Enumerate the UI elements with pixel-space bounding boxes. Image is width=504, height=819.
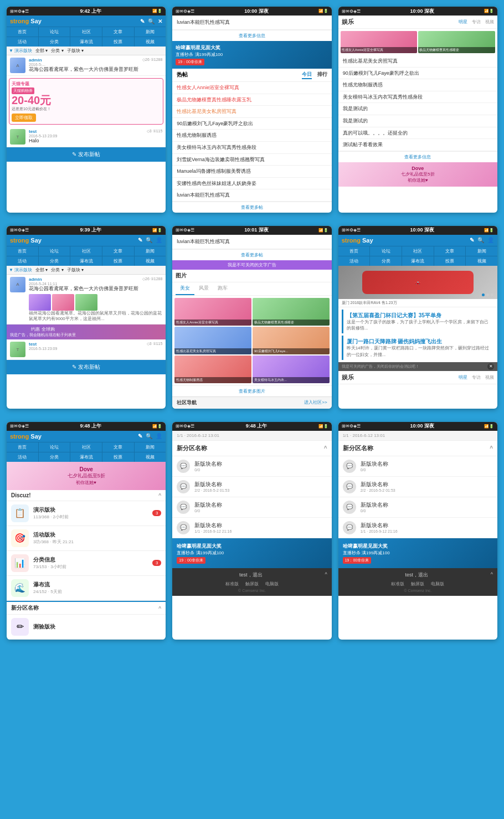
hot-post-2[interactable]: 极品尤物嫩模曹真性感睡衣露玉乳 (172, 94, 331, 106)
forum-item-9-1[interactable]: 💬 新版块名称 0/0 (338, 456, 497, 477)
nav-video-6[interactable]: 视频 (466, 256, 497, 266)
nav-category-6[interactable]: 分类 (370, 256, 402, 266)
nav-activity-4[interactable]: 活动 (7, 256, 39, 266)
enter-community[interactable]: 进入社区>> (304, 399, 327, 406)
user-icon-4[interactable]: 👤 (156, 237, 162, 243)
nav-article-6[interactable]: 文章 (434, 246, 466, 256)
nav-forum-7[interactable]: 论坛 (39, 442, 71, 452)
edit-icon-7[interactable]: ✎ (138, 433, 142, 439)
nav-vote-6[interactable]: 投票 (434, 256, 466, 266)
nav-activity-7[interactable]: 活动 (7, 452, 39, 462)
forum-item-9-3[interactable]: 💬 新版块名称 0/0 (338, 497, 497, 518)
hot-post-4[interactable]: 90后嫩模刘飞儿Faye豪乳呼之欲出 (172, 118, 331, 130)
footer-link-touch[interactable]: 触屏版 (245, 581, 259, 587)
view-more-top-2[interactable]: 查看更多信息 (172, 30, 331, 41)
community-item-7-1[interactable]: 📋 演示版块 113/368 · 2小时前 3 (7, 501, 166, 526)
nav-article-4[interactable]: 文章 (102, 246, 135, 256)
subnav-all-4[interactable]: 全部 ▾ (35, 267, 48, 273)
subnav-demo-4[interactable]: ▼ 演示版块 (9, 267, 32, 273)
img-tab-scene[interactable]: 风景 (194, 282, 213, 295)
tab-today[interactable]: 今日 (302, 71, 312, 79)
nav-community-4[interactable]: 社区 (70, 246, 102, 256)
subnav-sort-4[interactable]: 分类 ▾ (51, 267, 63, 273)
post-item-4-2[interactable]: T test ◇3 ①115 2016-5-13 23:09 (7, 339, 166, 360)
community-item-7-4[interactable]: 🌊 瀑布流 24/152 · 5天前 (7, 576, 166, 601)
hot-post-3[interactable]: 性感比基尼美女私房照写真 (172, 106, 331, 118)
ent-tab-star[interactable]: 明星 (459, 19, 467, 25)
post-item-2[interactable]: T test ◇3 ①115 2016-5-13 23:09 Halo (7, 127, 166, 147)
nav-activity-6[interactable]: 活动 (338, 256, 371, 266)
view-more-img-5[interactable]: 查看更多图片 (172, 385, 331, 396)
nav-community-7[interactable]: 社区 (70, 442, 102, 452)
user-icon-6[interactable]: 👤 (487, 237, 494, 243)
ent-tab-interview[interactable]: 专访 (472, 19, 481, 25)
section-collapse-9[interactable]: ^ (490, 445, 493, 451)
post-item-4-1[interactable]: A admin ◇26 ①1288 2016-5-24 11:11 花海公园看鸢… (7, 275, 166, 324)
subnav-sub-4[interactable]: 子版块 ▾ (67, 267, 84, 273)
forum-item-8-2[interactable]: 💬 新版块名称 2/2 · 2016-5-2 01:53 (172, 477, 331, 497)
nav-waterfall-7[interactable]: 瀑布流 (70, 452, 102, 462)
nav-news[interactable]: 新闻 (135, 27, 166, 37)
hot-post-7[interactable]: 刘雪妮Verna海边装嫩卖萌性感翘臀写真 (172, 154, 331, 166)
nav-waterfall-4[interactable]: 瀑布流 (70, 256, 102, 266)
footer-links-9[interactable]: 标准版 触屏版 电脑版 (343, 581, 493, 587)
forum-item-8-1[interactable]: 💬 新版块名称 0/0 (172, 456, 331, 477)
nav-category-4[interactable]: 分类 (39, 256, 71, 266)
nav-video[interactable]: 视频 (135, 37, 166, 47)
gallery-img-5-1[interactable]: 性感女人Annie浴室全裸写真 (174, 298, 251, 326)
publish-btn-4[interactable]: ✎ 发布新帖 (7, 360, 166, 374)
img-tab-car[interactable]: 跑车 (213, 282, 232, 295)
header-icons-1[interactable]: ✎ 🔍 ✕ (140, 18, 162, 24)
edit-icon[interactable]: ✎ (140, 18, 145, 24)
ent-post-6[interactable]: 我是测试的 (338, 115, 497, 127)
post-item-1[interactable]: A admin ◇26 ①1288 2016-5-... 花海公园看鸢尾草，紫色… (7, 55, 166, 76)
footer-link-touch-9[interactable]: 触屏版 (411, 581, 424, 587)
nav-home-6[interactable]: 首页 (338, 246, 371, 256)
footer-link-std[interactable]: 标准版 (225, 581, 239, 587)
ent-post-2[interactable]: 90后嫩模刘飞儿Faye豪乳呼之欲出 (338, 68, 497, 80)
nav-category[interactable]: 分类 (39, 37, 71, 47)
ent-img-1[interactable]: 性感女人Annie浴室全裸写真 (341, 31, 418, 53)
ent-post-8[interactable]: 测试帖子看看效果 (338, 139, 497, 151)
nav-video-4[interactable]: 视频 (135, 256, 166, 266)
img-tab-girl[interactable]: 美女 (176, 282, 194, 295)
ent-tab-video[interactable]: 视频 (485, 19, 494, 25)
edit-icon-4[interactable]: ✎ (138, 237, 142, 243)
footer-link-std-9[interactable]: 标准版 (391, 581, 404, 587)
article-1-6[interactable]: 【第五届喜盈门杯日记大赛】35平单身 这是一个为了孩子的故事，为了孩子上学刚入手… (342, 310, 494, 333)
article-2-6[interactable]: 厦门一路口天降路牌 砸伤妈妈撞飞出生 昨天14时许，厦门黄一双栏路路口，一块路牌… (342, 336, 494, 359)
nav-video-7[interactable]: 视频 (135, 452, 166, 462)
nav-forum[interactable]: 论坛 (39, 27, 71, 37)
ent-tab-video-6[interactable]: 视频 (485, 374, 494, 380)
section-collapse-8[interactable]: ^ (324, 445, 327, 451)
gallery-img-5-4[interactable]: 90后嫩模刘飞儿Faye... (253, 327, 330, 354)
forum-item-9-2[interactable]: 💬 新版块名称 2/2 · 2016-5-2 01:53 (338, 477, 497, 497)
ent-post-7[interactable]: 真的可以哦。。。。还挺全的 (338, 127, 497, 140)
img-cat-tabs-5[interactable]: 美女 风景 跑车 (172, 282, 331, 296)
nav-article-7[interactable]: 文章 (102, 442, 135, 452)
hot-post-1[interactable]: 性感女人Annie浴室全裸写真 (172, 82, 331, 94)
tmall-button[interactable]: 立即领取 (12, 114, 36, 122)
publish-btn-1[interactable]: ✎ 发布新帖 (7, 147, 166, 162)
ent-tabs-6[interactable]: 明星 专访 视频 (459, 374, 494, 380)
subnav-all[interactable]: 全部 ▾ (35, 48, 48, 54)
view-more-2[interactable]: 查看更多帖 (172, 202, 331, 213)
hot-post-8[interactable]: Manuela玛鲁娜性感制服美臀诱惑 (172, 166, 331, 178)
forum-item-9-4[interactable]: 💬 新版块名称 1/1 · 2016-9-12 21:16 (338, 518, 497, 538)
search-icon-4[interactable]: 🔍 (146, 237, 152, 243)
nav-news-7[interactable]: 新闻 (135, 442, 166, 452)
nav-article[interactable]: 文章 (102, 27, 135, 37)
ad-close-btn[interactable]: ✕ (487, 363, 494, 370)
gallery-img-5-6[interactable]: 美女模特马冰玉内衣... (253, 356, 330, 383)
header-icons-7[interactable]: ✎ 🔍 👤 (138, 433, 162, 439)
nav-home[interactable]: 首页 (7, 27, 39, 37)
community-item-7-5[interactable]: ✏ 测验版块 (7, 615, 166, 640)
ent-tab-interview-6[interactable]: 专访 (472, 374, 481, 380)
nav-community-6[interactable]: 社区 (402, 246, 434, 256)
nav-waterfall-6[interactable]: 瀑布流 (402, 256, 434, 266)
hot-post-5[interactable]: 性感尤物制服诱惑 (172, 130, 331, 142)
community-item-7-2[interactable]: 🎯 活动版块 3功/368 · 昨天 21:21 (7, 526, 166, 551)
ent-post-5[interactable]: 我是测试的 (338, 103, 497, 115)
close-icon[interactable]: ✕ (158, 18, 162, 24)
hot-post-10[interactable]: luvian本能巨乳性感写真 (172, 189, 331, 202)
